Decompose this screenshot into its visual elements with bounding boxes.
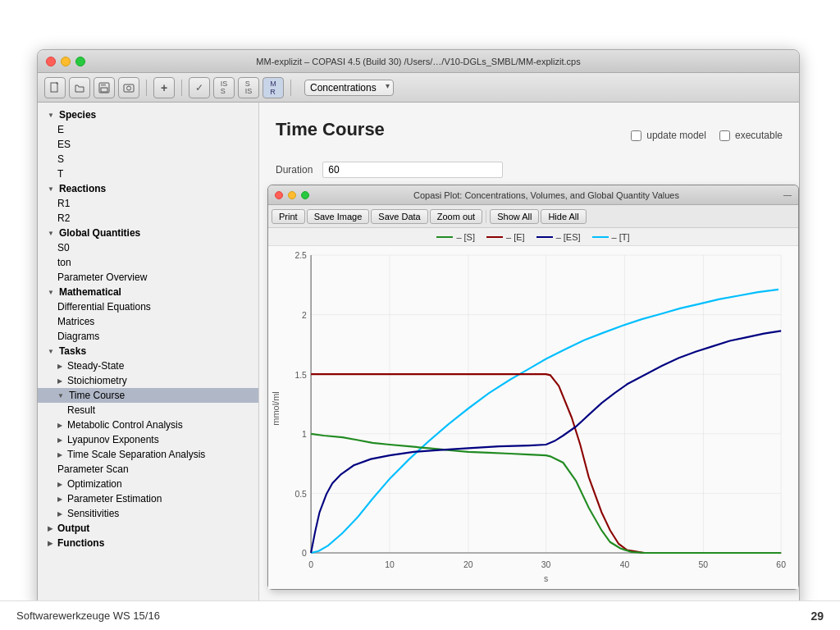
sidebar-item-reactions[interactable]: ▼ Reactions [38, 181, 258, 196]
sidebar-item-optimization[interactable]: ▶ Optimization [38, 477, 258, 491]
sidebar-label-ton: ton [57, 257, 71, 268]
triangle-mathematical: ▼ [48, 289, 54, 296]
sidebar-item-global-quantities[interactable]: ▼ Global Quantities [38, 226, 258, 240]
sidebar-item-ton[interactable]: ton [38, 255, 258, 270]
sidebar-item-ES[interactable]: ES [38, 137, 258, 152]
sidebar-label-functions: Functions [57, 537, 104, 549]
svg-rect-2 [101, 83, 106, 86]
sidebar-label-parameter-scan: Parameter Scan [57, 463, 129, 475]
legend-S: – [S] [436, 232, 475, 242]
extra-button[interactable]: MR [262, 77, 284, 98]
sidebar-label-global: Global Quantities [59, 227, 140, 239]
sidebar-item-R1[interactable]: R1 [38, 196, 258, 211]
minimize-button[interactable] [61, 57, 71, 66]
sidebar-item-time-course[interactable]: ▼ Time Course [38, 388, 258, 403]
close-button[interactable] [46, 57, 56, 66]
sidebar-item-S[interactable]: S [38, 152, 258, 167]
sidebar-label-R1: R1 [57, 198, 70, 209]
sidebar-item-S0[interactable]: S0 [38, 240, 258, 255]
sidebar-item-metabolic-control[interactable]: ▶ Metabolic Control Analysis [38, 418, 258, 432]
sidebar-item-sensitivities[interactable]: ▶ Sensitivities [38, 506, 258, 521]
sidebar-item-species[interactable]: ▼ Species [38, 107, 258, 122]
legend-label-ES: – [ES] [556, 232, 581, 242]
open-button[interactable] [69, 77, 90, 98]
svg-text:mmol/ml: mmol/ml [271, 391, 281, 426]
plot-close-button[interactable] [275, 191, 283, 199]
concentrations-select[interactable]: Concentrations [304, 80, 394, 96]
triangle-output: ▶ [48, 525, 52, 532]
duration-row: Duration [276, 162, 783, 178]
sidebar-label-param-est: Parameter Estimation [67, 493, 162, 504]
plot-max-button[interactable] [301, 191, 309, 199]
legend-label-S: – [S] [456, 232, 475, 242]
save-image-button[interactable]: Save Image [307, 209, 370, 224]
sidebar-item-diagrams[interactable]: Diagrams [38, 329, 258, 344]
concentrations-select-wrap[interactable]: Concentrations [298, 80, 394, 96]
sidebar-item-steady-state[interactable]: ▶ Steady-State [38, 358, 258, 373]
plot-min-button[interactable] [288, 191, 296, 199]
svg-rect-3 [101, 88, 107, 92]
svg-rect-6 [268, 246, 798, 589]
sidebar-label-diff-eq: Differential Equations [57, 301, 151, 313]
new-button[interactable] [44, 77, 66, 98]
sidebar-label-sensitivities: Sensitivities [67, 508, 119, 519]
executable-group: executable [719, 130, 783, 141]
sidebar-item-output[interactable]: ▶ Output [38, 521, 258, 536]
duration-input[interactable] [322, 162, 503, 178]
sidebar-label-lyapunov: Lyapunov Exponents [67, 434, 159, 445]
sidebar-item-lyapunov[interactable]: ▶ Lyapunov Exponents [38, 432, 258, 447]
sidebar-item-result[interactable]: Result [38, 403, 258, 418]
sidebar-item-mathematical[interactable]: ▼ Mathematical [38, 285, 258, 299]
check-button[interactable]: ✓ [189, 77, 210, 98]
triangle-functions: ▶ [48, 540, 52, 547]
legend-row: – [S] – [E] – [ES] – [T] [268, 228, 798, 246]
chart-svg: 0 0.5 1 1.5 2 2.5 0 10 20 30 40 50 60 [268, 246, 798, 589]
legend-line-S [436, 236, 453, 238]
update-model-group: update model [631, 130, 706, 141]
hide-all-button[interactable]: Hide All [541, 209, 586, 224]
svg-point-5 [127, 86, 131, 90]
update-model-checkbox[interactable] [631, 130, 641, 141]
is-s-button[interactable]: ISS [213, 77, 235, 98]
sidebar-label-S0: S0 [57, 242, 70, 253]
screenshot-button[interactable] [118, 77, 139, 98]
toolbar-separator2 [181, 80, 182, 96]
triangle-steady-state: ▶ [57, 363, 62, 370]
sidebar-label-T: T [57, 168, 63, 180]
plot-collapse-button[interactable]: — [783, 190, 792, 199]
svg-text:2: 2 [302, 310, 307, 320]
add-button[interactable]: + [153, 77, 175, 98]
print-button[interactable]: Print [272, 209, 305, 224]
sidebar-item-differential-equations[interactable]: Differential Equations [38, 299, 258, 314]
sidebar-label-steady-state: Steady-State [67, 360, 124, 372]
toolbar-separator [146, 80, 147, 96]
save-button[interactable] [94, 77, 115, 98]
main-window: MM-explizit – COPASI 4.5 (Build 30) /Use… [37, 49, 800, 607]
footer: Softwarewerkzeuge WS 15/16 29 [0, 600, 840, 630]
legend-label-T: – [T] [612, 232, 630, 242]
sidebar-item-matrices[interactable]: Matrices [38, 314, 258, 329]
svg-text:2.5: 2.5 [294, 250, 307, 260]
show-all-button[interactable]: Show All [490, 209, 539, 224]
sidebar-item-parameter-overview[interactable]: Parameter Overview [38, 270, 258, 285]
maximize-button[interactable] [75, 57, 85, 66]
zoom-out-button[interactable]: Zoom out [430, 209, 482, 224]
plot-toolbar: Print Save Image Save Data Zoom out Show… [268, 205, 798, 228]
s-is-button[interactable]: SIS [238, 77, 259, 98]
sidebar-label-optimization: Optimization [67, 478, 122, 490]
executable-checkbox[interactable] [719, 130, 730, 141]
save-data-button[interactable]: Save Data [371, 209, 427, 224]
sidebar-item-functions[interactable]: ▶ Functions [38, 536, 258, 550]
triangle-stoichiometry: ▶ [57, 377, 62, 385]
sidebar-item-parameter-estimation[interactable]: ▶ Parameter Estimation [38, 491, 258, 506]
sidebar-label-mathematical: Mathematical [59, 286, 121, 298]
sidebar-item-parameter-scan[interactable]: Parameter Scan [38, 462, 258, 477]
triangle-species: ▼ [48, 112, 54, 119]
sidebar-item-tasks[interactable]: ▼ Tasks [38, 344, 258, 358]
right-panel: Time Course update model executable Dura… [259, 103, 799, 606]
sidebar-item-time-scale[interactable]: ▶ Time Scale Separation Analysis [38, 447, 258, 462]
sidebar-item-stoichiometry[interactable]: ▶ Stoichiometry [38, 373, 258, 388]
sidebar-item-E[interactable]: E [38, 122, 258, 137]
sidebar-item-R2[interactable]: R2 [38, 211, 258, 226]
sidebar-item-T[interactable]: T [38, 167, 258, 181]
